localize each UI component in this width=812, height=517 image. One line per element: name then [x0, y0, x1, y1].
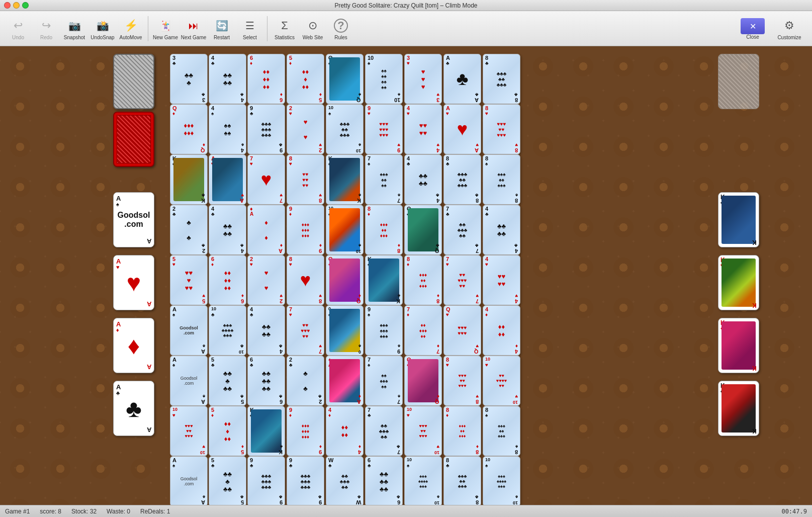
card-10h-r8b[interactable]: 10♥ ♥♥♥♥♥♥♥♥ 10♥ [404, 406, 442, 456]
card-10-r2[interactable]: 4♠ ♠♠♠♠ 4♠ [209, 104, 246, 154]
card-A-goodsol[interactable]: A♠ Goodsol.com A♠ [170, 305, 208, 356]
card-2h-r5[interactable]: 2♥ ♥♥ 2♥ [247, 255, 285, 305]
card-5c-r7[interactable]: 5♣ ♣♣♣♣♣ 5♣ [209, 356, 246, 406]
card-0-photo2[interactable]: 10♠ ♣♣♣♣♣♣♣♣ 10♠ [326, 104, 364, 154]
card-K-sea2[interactable]: K♠ K♠ [365, 255, 403, 305]
card-heart-r5[interactable]: 8♥ ♥ 8♥ [287, 255, 324, 305]
undosnap-button[interactable]: UndoSnap [89, 14, 116, 44]
card-A-r9[interactable]: A♠ Goodsol.com A♠ [170, 456, 208, 505]
card-8c-r3[interactable]: 8♣ ♣♣♣♣♣♣♣♣ 8♣ [443, 154, 481, 205]
stock-red-card[interactable] [113, 112, 154, 167]
card-5c-r9[interactable]: 5♣ ♣♣♣♣♣ 5♣ [209, 456, 246, 505]
ace-clubs-card[interactable]: A ♣ ♣ A [113, 381, 154, 436]
card-Q-r6[interactable]: Q♥ ♥♥♥♥♥♥ Q♥ [443, 305, 481, 356]
card-10s-r9b[interactable]: 10♠ ♠♠♠♠♠♠♠♠♠♠ 10♠ [483, 456, 520, 505]
card-10c-r6[interactable]: 10♣ ♣♣♣♣♣♣♣♣♣♣ 10♣ [209, 305, 246, 356]
card-5h-r5[interactable]: 5♥ ♥♥♥♥♥ 5♥ [170, 255, 208, 305]
card-9d-r4[interactable]: 9♦ ♦♦♦♦♦♦♦♦♦ 9♦ [287, 205, 324, 255]
card-4h-r5[interactable]: 4♥ ♥♥♥♥ 4♥ [483, 255, 520, 305]
card-heart-r6[interactable]: 7♥ ♥♥♥♥♥♥♥ 7♥ [287, 305, 324, 356]
card-6c-r9[interactable]: 6♣ ♣♣♣♣♣♣ 6♣ [365, 456, 403, 505]
close-button-toolbar[interactable]: ✕ Close [738, 14, 768, 44]
card-7d-r6[interactable]: 7♦ ♦♦♦♦♦♦♦ 7♦ [404, 305, 442, 356]
card-7h-r5[interactable]: 7♥ ♥♥♥♥♥♥♥ 7♥ [443, 255, 481, 305]
minimize-button[interactable] [13, 2, 20, 9]
card-Q-sea2[interactable]: 0♠ 0♠ [326, 305, 364, 356]
card-6c-r7[interactable]: 6♣ ♣♣♣♣♣♣ 6♣ [247, 356, 285, 406]
ace-diamonds-card[interactable]: A ♦ ♦ A [113, 318, 154, 373]
undo-button[interactable]: Undo [5, 14, 31, 44]
card-K-sealife[interactable]: K♠ K♠ [326, 154, 364, 205]
ace-hearts-card[interactable]: A ♥ ♥ A [113, 255, 154, 310]
card-5d-r8[interactable]: 5♦ ♦♦♦♦♦ 5♦ [209, 406, 246, 456]
card-q-photo[interactable]: Q♠ Q♠ [326, 54, 364, 104]
card-9-r2[interactable]: 9♣ ♣♣♣♣♣♣♣♣♣ 9♣ [247, 104, 285, 154]
card-4d-r8[interactable]: 4♦ ♦♦♦♦ 4♦ [326, 406, 364, 456]
card-4c-r3[interactable]: 4♣ ♣♣♣♣ 4♣ [404, 154, 442, 205]
card-8d-r5[interactable]: 8♦ ♦♦♦♦♦♦♦♦ 8♦ [404, 255, 442, 305]
card-w-r9[interactable]: W♣ ♣♣♣♣♣♣♣ W♣ [326, 456, 364, 505]
maximize-button[interactable] [22, 2, 29, 9]
card-3c[interactable]: 3♣ ♣♣♣ 3♣ [170, 54, 208, 104]
card-8c-top[interactable]: 8♣ ♣♣♣♣♣♣♣♣ 8♣ [483, 54, 520, 104]
close-button[interactable] [4, 2, 11, 9]
card-8h-r7[interactable]: 8♥ ♥♥♥♥♥♥♥♥ 8♥ [443, 356, 481, 406]
card-A-r7[interactable]: A♠ Goodsol.com A♠ [170, 356, 208, 406]
redo-button[interactable]: Redo [33, 14, 59, 44]
card-8s-r3[interactable]: 8♠ ♠♠♠♠♠♠♠♠ 8♠ [483, 154, 520, 205]
card-Q-butterfly[interactable]: Q♦ Q♦ [326, 255, 364, 305]
king-clubs-photo[interactable]: K ♣ K [718, 192, 759, 247]
card-8d-r4[interactable]: 8♦ ♦♦♦♦♦♦♦♦ 8♦ [365, 205, 403, 255]
card-6d-r5[interactable]: 6♦ ♦♦♦♦♦♦ 6♦ [209, 255, 246, 305]
card-Ah-r2[interactable]: A♥ ♥ A♥ [443, 104, 481, 154]
automove-button[interactable]: AutoMove [118, 14, 144, 44]
card-3h[interactable]: 3♥ ♥♥♥ 3♥ [404, 54, 442, 104]
select-button[interactable]: Select [237, 14, 263, 44]
card-diamond-r4[interactable]: ♦A ♦♦ A♦ [247, 205, 285, 255]
card-4d-r6[interactable]: 4♦ ♦♦♦♦ 4♦ [483, 305, 520, 356]
card-butterfly-r7[interactable]: Q♦ Q♦ [404, 356, 442, 406]
king-hearts-photo[interactable]: K ♥ K [718, 255, 759, 310]
card-A-fish[interactable]: A♥ A♥ [209, 154, 246, 205]
rules-button[interactable]: Rules [328, 14, 354, 44]
card-0h-r7[interactable]: 10♥ ♥♥♥♥♥♥♥♥ 10♥ [483, 356, 520, 406]
card-9s-r6[interactable]: 9♠ ♠♠♠♠♠♠♠♠♠ 9♠ [365, 305, 403, 356]
card-10s-r9[interactable]: 10♠ ♠♠♠♠♠♠♠♠♠♠ 10♠ [404, 456, 442, 505]
card-5d[interactable]: 5♦ ♦♦♦♦♦ 5♦ [287, 54, 324, 104]
card-2h-r2[interactable]: 2♥ ♥♥ 2♥ [287, 104, 324, 154]
card-7h-r3[interactable]: 7♥ ♥ 7♥ [247, 154, 285, 205]
ace-spades-card[interactable]: A ♠ Goodsol.com A [113, 192, 154, 247]
snapshot-button[interactable]: Snapshot [61, 14, 87, 44]
card-spades-r7[interactable]: 7♠ ♠♠♠♠♠♠♠ 7♠ [365, 356, 403, 406]
card-K-iguana[interactable]: K♣ K♣ [170, 154, 208, 205]
card-7c-r8[interactable]: 7♣ ♣♣♣♣♣♣♣ 7♣ [365, 406, 403, 456]
king-spades-photo[interactable]: K ♠ K [718, 381, 759, 436]
card-4h-r2[interactable]: 4♥ ♥♥♥♥ 4♥ [404, 104, 442, 154]
website-button[interactable]: Web Site [300, 14, 326, 44]
card-8h-r3[interactable]: 8♥ ♥♥♥♥♥♥ 8♥ [287, 154, 324, 205]
card-9c-r9[interactable]: 9♣ ♣♣♣♣♣♣♣♣♣ 9♣ [247, 456, 285, 505]
nextgame-button[interactable]: Next Game [181, 14, 207, 44]
card-Ac[interactable]: A♣ ♣ A♣ [443, 54, 481, 104]
card-9d-r8[interactable]: 9♦ ♦♦♦♦♦♦♦♦♦ 9♦ [287, 406, 324, 456]
card-2-r4[interactable]: 2♣ ♣♣ 2♣ [170, 205, 208, 255]
card-4c-r4[interactable]: 4♣ ♣♣♣♣ 4♣ [209, 205, 246, 255]
restart-button[interactable]: Restart [209, 14, 235, 44]
card-8c-r9[interactable]: 8♣ ♣♣♣♣♣♣♣♣ 8♣ [443, 456, 481, 505]
card-7s-r3[interactable]: 7♠ ♠♠♠♠♠♠♠ 7♠ [365, 154, 403, 205]
card-8s-r8[interactable]: 8♠ ♠♠♠♠♠♠♠♠ 8♠ [483, 406, 520, 456]
card-0s-photo-r4[interactable]: 10♠ 10♠ [326, 205, 364, 255]
statistics-button[interactable]: Statistics [272, 14, 298, 44]
card-8d-r8[interactable]: 8♦ ♦♦♦♦♦♦♦♦ 8♦ [443, 406, 481, 456]
card-9h-r2[interactable]: 9♥ ♥♥♥♥♥♥♥♥♥ 9♥ [365, 104, 403, 154]
customize-button[interactable]: Customize [772, 14, 807, 44]
card-2c-r7[interactable]: 2♣ ♣♣ 2♣ [287, 356, 324, 406]
card-6d[interactable]: 6♦ ♦♦♦♦♦♦ 6♦ [247, 54, 285, 104]
card-4c-r6[interactable]: 4♣ ♣♣♣♣ 4♣ [247, 305, 285, 356]
card-4c[interactable]: 4♣ ♣♣♣♣ 4♣ [209, 54, 246, 104]
card-8h-r2[interactable]: 8♥ ♥♥♥♥♥♥♥♥ 8♥ [483, 104, 520, 154]
card-7c-r4[interactable]: 7♣ ♣♣♣♣♣♣♣ 7♣ [443, 205, 481, 255]
card-Q-sea[interactable]: Q♣ Q♣ [404, 205, 442, 255]
card-10s[interactable]: 10♠ ♠♠♠♠♠♠♠♠ 10♠ [365, 54, 403, 104]
card-r-diamond-r7[interactable]: ♦A A♦ [326, 356, 364, 406]
